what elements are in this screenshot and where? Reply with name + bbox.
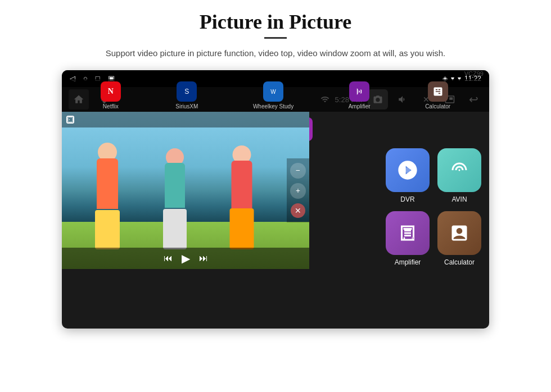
svg-rect-1 bbox=[68, 117, 73, 122]
page-subtitle: Support video picture in picture functio… bbox=[106, 47, 445, 60]
pip-resize-controls: − + ✕ bbox=[287, 158, 309, 222]
netflix-label: Netflix bbox=[103, 103, 119, 110]
pip-next-button[interactable]: ⏭ bbox=[199, 253, 208, 263]
device-frame: ◁ ○ □ ▣ ◈ ▾ ▾ 11:22 bbox=[62, 70, 489, 329]
pip-top-bar bbox=[62, 112, 309, 127]
figure-1 bbox=[92, 143, 123, 249]
taskbar-calculator-label: Calculator bbox=[425, 103, 450, 110]
watermark: VCZ99 bbox=[464, 70, 484, 77]
calculator-label: Calculator bbox=[444, 258, 475, 266]
pip-record-icon bbox=[66, 116, 74, 124]
pip-container[interactable]: − + ✕ ⏮ ▶ ⏭ bbox=[62, 112, 309, 269]
taskbar-wheelkey[interactable]: W Wheelkey Study bbox=[253, 81, 293, 110]
pip-play-button[interactable]: ▶ bbox=[182, 252, 190, 265]
pip-prev-button[interactable]: ⏮ bbox=[164, 253, 173, 263]
taskbar-amplifier[interactable]: Amplifier bbox=[349, 81, 371, 110]
title-divider bbox=[264, 37, 287, 39]
taskbar-netflix[interactable]: N Netflix bbox=[101, 81, 121, 110]
amplifier-icon-box bbox=[386, 211, 430, 255]
calculator-app-item[interactable]: Calculator bbox=[437, 211, 481, 266]
taskbar-amplifier-icon bbox=[349, 81, 369, 102]
page-title: Picture in Picture bbox=[200, 10, 352, 34]
netflix-icon: N bbox=[101, 81, 121, 102]
figure-2 bbox=[161, 148, 189, 249]
pip-close-button[interactable]: ✕ bbox=[291, 203, 305, 218]
pip-plus-button[interactable]: + bbox=[290, 183, 306, 199]
taskbar-calculator[interactable]: Calculator bbox=[425, 81, 450, 110]
main-icons-row-1: DVR AVIN bbox=[386, 148, 481, 203]
siriusxm-label: SiriusXM bbox=[175, 103, 198, 110]
page-wrapper: Picture in Picture Support video picture… bbox=[0, 0, 551, 392]
taskbar: N Netflix S SiriusXM W Wheelkey Study bbox=[62, 79, 489, 112]
taskbar-calculator-icon bbox=[428, 81, 448, 102]
pip-video: − + ✕ ⏮ ▶ ⏭ bbox=[62, 112, 309, 269]
scene-figures bbox=[73, 126, 276, 249]
wheelkey-icon: W bbox=[263, 81, 283, 102]
avin-app-item[interactable]: AVIN bbox=[437, 148, 481, 203]
amplifier-app-item[interactable]: Amplifier bbox=[386, 211, 430, 266]
figure-3 bbox=[227, 145, 256, 249]
avin-icon-box bbox=[437, 148, 481, 192]
wheelkey-label: Wheelkey Study bbox=[253, 103, 293, 110]
main-icons-row-2: Amplifier Calculator bbox=[386, 211, 481, 266]
svg-point-0 bbox=[405, 167, 410, 173]
taskbar-amplifier-label: Amplifier bbox=[349, 103, 371, 110]
siriusxm-icon: S bbox=[177, 81, 197, 102]
dvr-label: DVR bbox=[400, 195, 414, 203]
svg-point-2 bbox=[69, 119, 70, 120]
taskbar-siriusxm[interactable]: S SiriusXM bbox=[175, 81, 198, 110]
pip-minus-button[interactable]: − bbox=[290, 163, 306, 179]
dvr-icon-box bbox=[386, 148, 430, 192]
avin-label: AVIN bbox=[451, 195, 467, 203]
pip-controls-bar: ⏮ ▶ ⏭ bbox=[62, 248, 309, 269]
dvr-app-item[interactable]: DVR bbox=[386, 148, 430, 203]
calculator-icon-box bbox=[437, 211, 481, 255]
amplifier-label: Amplifier bbox=[395, 258, 421, 266]
